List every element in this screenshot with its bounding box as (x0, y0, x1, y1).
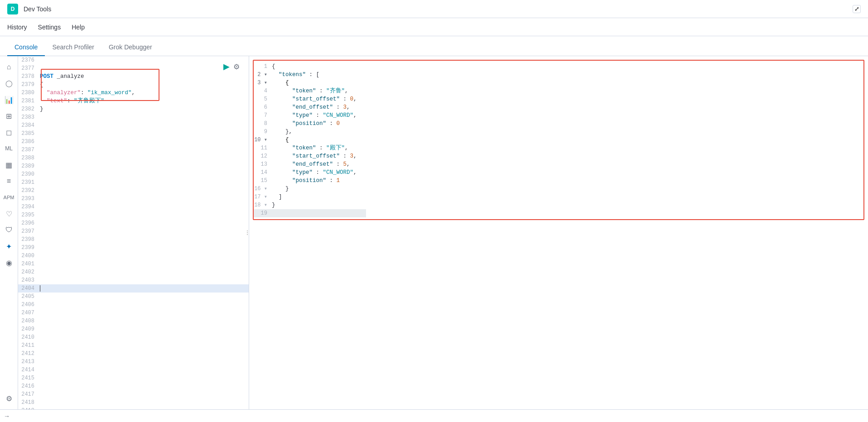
tabs-bar: Console Search Profiler Grok Debugger (0, 36, 868, 56)
list-item: 8 "position" : 0 (254, 120, 366, 128)
sidebar-icon-stack-monitoring[interactable]: ◉ (2, 255, 16, 270)
table-row: 2382 } (18, 105, 249, 113)
table-row: 2377 (18, 64, 249, 72)
nav-history[interactable]: History (7, 22, 27, 33)
table-row: 2403 (18, 276, 249, 284)
sidebar-icon-apm[interactable]: APM (2, 190, 16, 205)
output-box: 1 { 2 ▾ "tokens" : [ 3 ▾ { (253, 60, 864, 220)
list-item: 18 ▾ } (254, 201, 366, 209)
panel-resize-handle[interactable] (246, 224, 249, 242)
table-row: 2406 (18, 301, 249, 309)
bottom-hint-bar: → (0, 409, 868, 422)
sidebar-icon-visualize[interactable]: 📊 (2, 92, 16, 107)
list-item: 6 "end_offset" : 3, (254, 103, 366, 111)
editor-toolbar: ▶ ⚙ (223, 62, 240, 72)
main-layout: ⌂ ◯ 📊 ⊞ ◻ ML ▦ ≡ APM ♡ 🛡 ✦ ◉ ⚙ ▶ ⚙ (0, 56, 868, 409)
tab-search-profiler[interactable]: Search Profiler (45, 39, 101, 56)
tab-console[interactable]: Console (7, 39, 45, 56)
list-item: 14 "type" : "CN_WORD", (254, 168, 366, 177)
list-item: 15 "position" : 1 (254, 177, 366, 185)
table-row: 2410 (18, 333, 249, 341)
sidebar: ⌂ ◯ 📊 ⊞ ◻ ML ▦ ≡ APM ♡ 🛡 ✦ ◉ ⚙ (0, 56, 18, 409)
sidebar-icon-ml[interactable]: ML (2, 141, 16, 156)
table-row: 2417 (18, 390, 249, 398)
window-expand-button[interactable]: ⤢ (853, 5, 861, 13)
sidebar-icon-uptime[interactable]: ♡ (2, 206, 16, 221)
table-row: 2401 (18, 260, 249, 268)
table-row: 2383 (18, 113, 249, 121)
table-row: 2408 (18, 317, 249, 325)
table-row: 2392 (18, 187, 249, 195)
table-row: 2411 (18, 341, 249, 350)
sidebar-icon-siem[interactable]: 🛡 (2, 223, 16, 237)
list-item: 9 }, (254, 128, 366, 136)
table-row: 2399 (18, 244, 249, 252)
table-row: 2388 (18, 154, 249, 162)
table-row: 2402 (18, 268, 249, 276)
list-item: 10 ▾ { (254, 136, 366, 144)
sidebar-icon-canvas[interactable]: ◻ (2, 125, 16, 139)
output-panel: 1 { 2 ▾ "tokens" : [ 3 ▾ { (249, 56, 868, 409)
table-row: 2393 (18, 195, 249, 203)
sidebar-icon-logs[interactable]: ≡ (2, 174, 16, 188)
table-row: 2386 (18, 138, 249, 146)
sidebar-icon-dashboard[interactable]: ⊞ (2, 109, 16, 123)
tab-grok-debugger[interactable]: Grok Debugger (101, 39, 159, 56)
table-row: 2395 (18, 211, 249, 219)
hint-icon[interactable]: → (4, 412, 10, 420)
code-editor[interactable]: 2376 2377 2378 POST _analyze 2379 (18, 56, 249, 409)
nav-bar: History Settings Help (0, 18, 868, 36)
table-row: 2412 (18, 350, 249, 358)
table-row: 2376 (18, 56, 249, 64)
list-item: 12 "start_offset" : 3, (254, 152, 366, 160)
table-row: 2378 POST _analyze (18, 72, 249, 81)
table-row: 2385 (18, 129, 249, 138)
output-lines-container: 1 { 2 ▾ "tokens" : [ 3 ▾ { (254, 62, 366, 217)
table-row: 2390 (18, 170, 249, 178)
table-row: 2396 (18, 219, 249, 227)
editor-panel: ▶ ⚙ 2376 2377 2378 (18, 56, 249, 409)
list-item: 16 ▾ } (254, 185, 366, 193)
top-bar: D Dev Tools ⤢ (0, 0, 868, 18)
app-title: Dev Tools (24, 5, 51, 13)
table-row: 2397 (18, 227, 249, 235)
table-row: 2384 (18, 121, 249, 129)
sidebar-icon-home[interactable]: ⌂ (2, 60, 16, 74)
editor-settings-button[interactable]: ⚙ (233, 62, 240, 72)
table-row: 2391 (18, 178, 249, 187)
nav-settings[interactable]: Settings (38, 22, 61, 33)
table-row: 2415 (18, 374, 249, 382)
table-row: 2407 (18, 309, 249, 317)
list-item: 7 "type" : "CN_WORD", (254, 111, 366, 120)
sidebar-icon-infrastructure[interactable]: ▦ (2, 158, 16, 172)
table-row: 2416 (18, 382, 249, 390)
list-item: 3 ▾ { (254, 79, 366, 87)
table-row: 2381 "text": "齐鲁殿下" (18, 97, 249, 105)
top-bar-right: ⤢ (853, 5, 861, 13)
run-button[interactable]: ▶ (223, 62, 230, 72)
app-icon: D (7, 4, 18, 14)
list-item: 17 ▾ ] (254, 193, 366, 201)
table-row: 2414 (18, 366, 249, 374)
list-item: 4 "token" : "齐鲁", (254, 87, 366, 95)
table-row: 2405 (18, 293, 249, 301)
content-area: ▶ ⚙ 2376 2377 2378 (18, 56, 868, 409)
table-row: 2380 "analyzer": "ik_max_word", (18, 89, 249, 97)
table-row: 2404 (18, 284, 249, 293)
table-row: 2418 (18, 398, 249, 407)
sidebar-icon-discover[interactable]: ◯ (2, 76, 16, 91)
table-row: 2394 (18, 203, 249, 211)
sidebar-icon-dev-tools[interactable]: ✦ (2, 239, 16, 254)
nav-help[interactable]: Help (72, 22, 85, 33)
table-row: 2398 (18, 235, 249, 244)
table-row: 2379 { (18, 81, 249, 89)
table-row: 2413 (18, 358, 249, 366)
list-item: 5 "start_offset" : 0, (254, 95, 366, 103)
sidebar-icon-management[interactable]: ⚙ (2, 391, 16, 406)
list-item: 1 { (254, 62, 366, 71)
table-row: 2409 (18, 325, 249, 333)
list-item: 13 "end_offset" : 5, (254, 160, 366, 168)
table-row: 2389 (18, 162, 249, 170)
list-item: 19 (254, 209, 366, 217)
table-row: 2400 (18, 252, 249, 260)
